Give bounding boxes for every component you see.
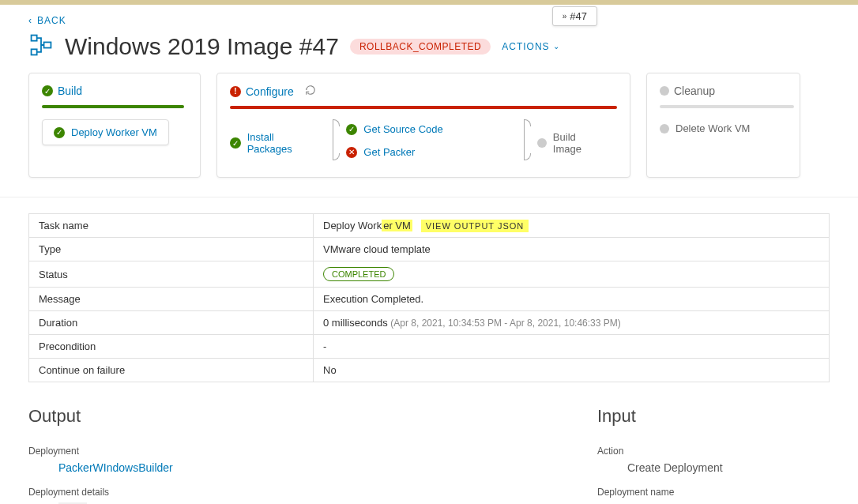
input-action-label: Action (597, 446, 830, 457)
task-get-packer[interactable]: ✕ Get Packer (346, 143, 415, 161)
title-row: Windows 2019 Image #47 ROLLBACK_COMPLETE… (28, 32, 830, 60)
table-row: Status COMPLETED (29, 261, 830, 288)
stage-divider (333, 120, 333, 160)
svg-rect-1 (32, 49, 37, 55)
task-name-cell: Deploy Worker VM VIEW OUTPUT JSON (314, 214, 830, 238)
stage-build: ✓ Build ✓ Deploy Worker VM (28, 73, 201, 178)
check-circle-icon: ✓ (54, 127, 65, 138)
table-row: Duration 0 milliseconds (Apr 8, 2021, 10… (29, 311, 830, 335)
back-link[interactable]: ‹ BACK (28, 15, 66, 26)
task-label: Build Image (553, 131, 606, 155)
view-output-json-link[interactable]: VIEW OUTPUT JSON (421, 220, 529, 232)
table-row: Precondition - (29, 335, 830, 359)
task-details-table: Task name Deploy Worker VM VIEW OUTPUT J… (28, 213, 830, 382)
stage-cleanup: Cleanup Delete Work VM (646, 73, 800, 178)
status-badge: COMPLETED (323, 267, 394, 281)
pending-dot-icon (660, 86, 669, 96)
actions-dropdown[interactable]: ACTIONS ⌄ (502, 41, 559, 52)
task-label: Get Source Code (363, 123, 442, 135)
deployment-details-label: Deployment details (28, 487, 566, 498)
refresh-icon[interactable] (305, 85, 316, 98)
stage-configure: ! Configure ✓ Install Packages ✓ (216, 73, 630, 178)
table-row: Message Execution Completed. (29, 288, 830, 311)
chevron-double-down-icon: » (563, 12, 567, 21)
check-circle-icon: ✓ (230, 137, 241, 149)
deployment-label: Deployment (28, 446, 566, 457)
message-value: Execution Completed. (314, 288, 830, 311)
task-name-value: Deploy Worker VM (323, 220, 412, 231)
check-circle-icon: ✓ (346, 124, 357, 135)
stage-divider (524, 120, 525, 160)
rollback-status-badge: ROLLBACK_COMPLETED (350, 39, 491, 55)
duration-range: (Apr 8, 2021, 10:34:53 PM - Apr 8, 2021,… (390, 318, 621, 329)
deployment-link[interactable]: PackerWIndowsBuilder (28, 461, 566, 474)
svg-rect-0 (32, 36, 37, 41)
input-depname-label: Deployment name (597, 487, 830, 498)
stage-build-title[interactable]: Build (58, 85, 82, 97)
status-cell: COMPLETED (314, 261, 830, 288)
input-action-value: Create Deployment (597, 461, 830, 474)
run-tab-marker[interactable]: » #47 (552, 6, 597, 26)
type-value: VMware cloud template (314, 238, 830, 261)
continue-value: No (314, 359, 830, 382)
actions-label: ACTIONS (502, 41, 549, 52)
task-delete-work-vm[interactable]: Delete Work VM (660, 119, 750, 137)
table-row: Continue on failure No (29, 359, 830, 382)
task-name-label: Task name (29, 214, 314, 238)
table-row: Type VMware cloud template (29, 238, 830, 261)
stages-row: ✓ Build ✓ Deploy Worker VM ! Configure (28, 73, 830, 178)
task-label: Delete Work VM (675, 122, 750, 134)
duration-label: Duration (29, 311, 314, 335)
input-panel: Input Action Create Deployment Deploymen… (597, 406, 830, 504)
chevron-left-icon: ‹ (28, 15, 32, 26)
precondition-value: - (314, 335, 830, 359)
task-label: Get Packer (363, 146, 415, 158)
message-label: Message (29, 288, 314, 311)
continue-label: Continue on failure (29, 359, 314, 382)
task-label: Install Packages (247, 131, 321, 155)
stage-configure-progress (230, 106, 617, 109)
stage-cleanup-progress (660, 105, 794, 108)
pending-dot-icon (660, 124, 669, 134)
duration-value: 0 milliseconds (323, 317, 388, 329)
svg-rect-2 (44, 42, 51, 47)
chevron-down-icon: ⌄ (553, 42, 560, 51)
pending-dot-icon (537, 138, 547, 148)
task-get-source-code[interactable]: ✓ Get Source Code (346, 120, 442, 138)
stage-build-progress (42, 105, 184, 108)
task-build-image[interactable]: Build Image (537, 128, 606, 158)
error-circle-icon: ! (230, 86, 241, 97)
output-heading: Output (28, 406, 566, 427)
status-label: Status (29, 261, 314, 288)
task-install-packages[interactable]: ✓ Install Packages (230, 128, 320, 158)
table-row: Task name Deploy Worker VM VIEW OUTPUT J… (29, 214, 830, 238)
run-tab-label: #47 (570, 10, 587, 22)
section-divider (0, 197, 858, 197)
task-deploy-worker-vm[interactable]: ✓ Deploy Worker VM (42, 119, 169, 145)
page-title: Windows 2019 Image #47 (65, 33, 339, 60)
pipeline-icon (28, 32, 54, 60)
task-label: Deploy Worker VM (71, 126, 157, 138)
error-circle-icon: ✕ (346, 147, 357, 158)
input-heading: Input (597, 406, 830, 427)
type-label: Type (29, 238, 314, 261)
check-circle-icon: ✓ (42, 85, 53, 96)
precondition-label: Precondition (29, 335, 314, 359)
bottom-panels: Output Deployment PackerWIndowsBuilder D… (28, 406, 830, 504)
duration-cell: 0 milliseconds (Apr 8, 2021, 10:34:53 PM… (314, 311, 830, 335)
output-panel: Output Deployment PackerWIndowsBuilder D… (28, 406, 566, 504)
back-label: BACK (37, 15, 66, 26)
stage-configure-title[interactable]: Configure (246, 85, 294, 98)
stage-cleanup-title[interactable]: Cleanup (674, 85, 715, 97)
